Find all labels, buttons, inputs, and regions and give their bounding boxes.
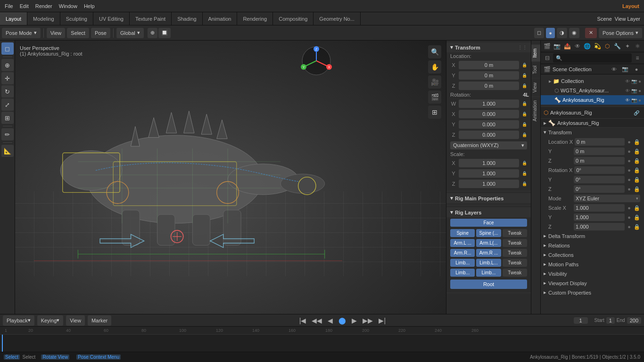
tree-ankylosaurus-rig[interactable]: 🦴 Ankylosaurus_Rig 👁 📷 ● (541, 95, 644, 105)
scale-z-lock[interactable]: 🔒 (522, 181, 527, 186)
transform-section-header[interactable]: ▾ Transform ⋮⋮ (446, 42, 531, 52)
rotate-tool-btn[interactable]: ↻ (1, 85, 14, 98)
jump-start-btn[interactable]: |◀ (298, 317, 308, 324)
limb-l-btn[interactable]: Limb.L... (476, 259, 501, 267)
transform-mode-btn[interactable]: ⊕ (148, 28, 157, 38)
fr-icon-output[interactable]: 📤 (563, 41, 572, 51)
fr-loc-y-dot[interactable]: ● (627, 148, 631, 154)
fr-loc-x-dot[interactable]: ● (627, 139, 631, 145)
limb-2-extra-btn[interactable]: Limb... (476, 269, 501, 277)
rot-w-lock[interactable]: 🔒 (522, 101, 527, 106)
fr-loc-z-dot[interactable]: ● (627, 158, 631, 164)
fr-rot-x-val[interactable]: 0° (574, 166, 625, 174)
tab-shading[interactable]: Shading (172, 12, 202, 25)
fr-scale-x-lock[interactable]: 🔒 (634, 205, 640, 211)
scene-collection-cam[interactable]: 📷 (620, 65, 630, 74)
tree-collection[interactable]: ▸ 📁 Collection 👁 📷 ● (541, 76, 644, 86)
tab-compositing[interactable]: Compositing (273, 12, 314, 25)
stop-btn[interactable]: ⬤ (337, 317, 347, 324)
viewport[interactable]: User Perspective (1) Ankylosaurus_Rig : … (15, 41, 446, 314)
magnify-btn[interactable]: 🔍 (428, 45, 441, 58)
step-forward-btn[interactable]: ▶▶ (361, 317, 374, 324)
fr-motion-paths-section[interactable]: ▸ Motion Paths (541, 260, 644, 269)
arm-r-tweak-btn[interactable]: Tweak (503, 249, 527, 257)
rig-layers-header[interactable]: ▾ Rig Layers (446, 207, 531, 217)
fr-collections-section[interactable]: ▸ Collections (541, 250, 644, 260)
viewport-shading-render[interactable]: ◉ (569, 28, 579, 38)
rotation-z-value[interactable]: 0.000 (459, 131, 519, 139)
side-tab-view[interactable]: View (531, 78, 540, 97)
viewport-shading-solid[interactable]: ● (546, 28, 555, 38)
menu-window[interactable]: Window (56, 2, 80, 10)
tab-uv-editing[interactable]: UV Editing (93, 12, 130, 25)
fr-scale-x-val[interactable]: 1.000 (574, 204, 625, 212)
arm-l-btn[interactable]: Arm.L ... (450, 239, 475, 247)
arm-r-btn[interactable]: Arm.R... (450, 249, 475, 257)
fr-rot-z-lock[interactable]: 🔒 (634, 186, 640, 192)
fr-visibility-section[interactable]: ▸ Visibility (541, 269, 644, 279)
fr-loc-y-lock[interactable]: 🔒 (634, 148, 640, 155)
annotate-tool-btn[interactable]: ✏ (1, 128, 14, 140)
tab-modeling[interactable]: Modeling (27, 12, 60, 25)
view-menu[interactable]: View (66, 315, 85, 326)
rotation-type-dropdown[interactable]: Quaternion (WXYZ) ▾ (450, 141, 527, 149)
start-frame[interactable]: 1 (606, 317, 615, 324)
scale-y-value[interactable]: 1.000 (459, 169, 519, 178)
fr-viewport-display-section[interactable]: ▸ Viewport Display (541, 279, 644, 288)
fr-icon-scene[interactable]: 🎬 (543, 41, 552, 51)
fr-icon-particles[interactable]: ✦ (623, 41, 632, 51)
rotation-w-value[interactable]: 1.000 (459, 99, 519, 108)
scene-collection-render[interactable]: ● (632, 65, 641, 74)
wgts-cam-icon[interactable]: 📷 (631, 88, 637, 93)
viewport-shading-wire[interactable]: ◻ (534, 28, 544, 38)
fr-rot-z-val[interactable]: 0° (574, 185, 625, 193)
rot-x-lock[interactable]: 🔒 (522, 112, 527, 116)
scale-x-lock[interactable]: 🔒 (522, 161, 527, 165)
spine-btn[interactable]: Spine (450, 229, 475, 237)
fr-loc-z-lock[interactable]: 🔒 (634, 158, 640, 164)
side-tab-animation[interactable]: Animation (531, 96, 540, 125)
transform-btn[interactable]: Global ▾ (116, 28, 144, 38)
step-back-btn[interactable]: ◀◀ (310, 317, 323, 324)
play-forward-btn[interactable]: ▶ (350, 317, 358, 324)
scale-y-lock[interactable]: 🔒 (522, 171, 527, 176)
location-y-value[interactable]: 0 m (459, 71, 519, 80)
axis-gizmo[interactable]: Z X Y (300, 44, 333, 77)
fr-icon-render[interactable]: 📷 (553, 41, 561, 51)
arm-l-extra-btn[interactable]: Arm.L(... (476, 239, 501, 247)
tab-rendering[interactable]: Rendering (237, 12, 273, 25)
viewport-shading-mat[interactable]: ◑ (557, 28, 567, 38)
fr-scale-z-lock[interactable]: 🔒 (634, 224, 640, 230)
jump-end-btn[interactable]: ▶| (377, 317, 387, 324)
transform-options-icon[interactable]: ⋮⋮ (518, 45, 527, 50)
limb-1-tweak-btn[interactable]: Tweak (503, 259, 527, 267)
tab-sculpting[interactable]: Sculpting (60, 12, 93, 25)
fr-rot-x-dot[interactable]: ● (627, 167, 631, 173)
fr-icon-mod[interactable]: 🔧 (613, 41, 622, 51)
fr-rot-y-lock[interactable]: 🔒 (634, 177, 640, 183)
timeline-track[interactable] (0, 334, 644, 352)
fr-custom-properties-section[interactable]: ▸ Custom Properties (541, 288, 644, 297)
rotation-y-value[interactable]: 0.000 (459, 120, 519, 129)
fr-delta-transform-section[interactable]: ▸ Delta Transform (541, 231, 644, 241)
select-btn[interactable]: Select (67, 28, 89, 38)
scene-selector[interactable]: Scene (597, 16, 612, 22)
obj-props-link[interactable]: 🔗 (632, 108, 641, 117)
camera-btn[interactable]: 🎥 (428, 75, 441, 89)
fr-scale-y-lock[interactable]: 🔒 (634, 214, 640, 221)
wgts-eye-icon[interactable]: 👁 (625, 88, 630, 93)
fr-rot-z-dot[interactable]: ● (627, 186, 631, 192)
snap-btn[interactable]: 🔲 (158, 28, 171, 38)
fr-rot-y-dot[interactable]: ● (627, 177, 631, 182)
fr-icon-view[interactable]: 👁 (573, 41, 582, 51)
root-btn[interactable]: Root (450, 280, 527, 289)
fr-rot-y-val[interactable]: 0° (574, 176, 625, 183)
side-tab-item[interactable]: Item (531, 44, 540, 61)
mode-dropdown-btn[interactable]: Pose Mode ▾ (2, 28, 41, 38)
end-frame[interactable]: 200 (627, 317, 641, 324)
timeline-playhead[interactable] (2, 335, 3, 352)
rot-z-lock[interactable]: 🔒 (522, 132, 527, 137)
fr-dropdown-btn[interactable]: ⊟ (543, 53, 552, 63)
location-x-value[interactable]: 0 m (459, 61, 519, 69)
marker-menu[interactable]: Marker (88, 315, 111, 326)
